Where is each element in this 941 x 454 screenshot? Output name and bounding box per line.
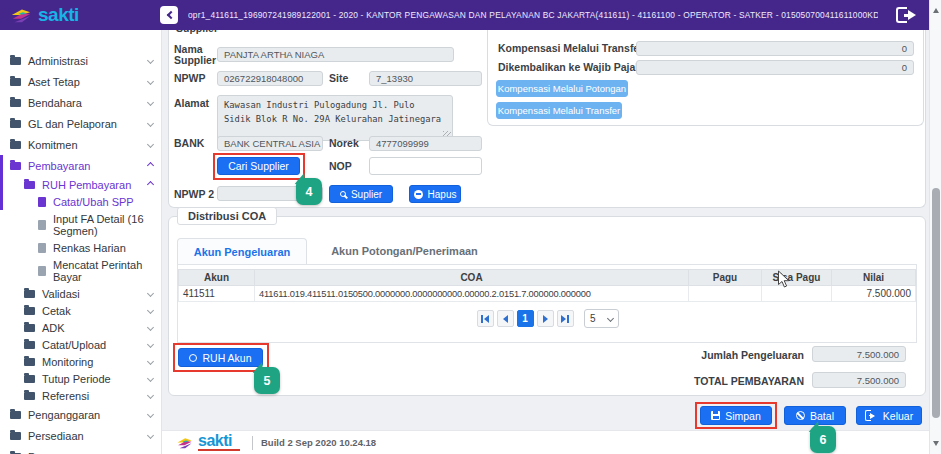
next-page-button[interactable]	[537, 310, 554, 327]
kompensasi-transfer-field: 0	[636, 41, 914, 56]
keluar-button[interactable]: Keluar	[856, 406, 922, 425]
total-pembayaran-label: TOTAL PEMBAYARAN	[669, 376, 804, 387]
sidebar-item-label: ADK	[42, 322, 65, 334]
nop-label: NOP	[329, 161, 352, 172]
sidebar-item-renkas-harian[interactable]: Renkas Harian	[0, 239, 161, 256]
supplier-section-label: Supplier	[176, 30, 218, 37]
chevron-up-icon	[147, 162, 154, 169]
suplier-button[interactable]: Suplier	[329, 185, 393, 203]
tab-akun-potongan-penerimaan[interactable]: Akun Potongan/Penerimaan	[307, 238, 502, 264]
sidebar-item-penganggaran[interactable]: Penganggaran	[0, 404, 161, 425]
table-row[interactable]: 411511 411611.019.411511.0150500.0000000…	[179, 286, 916, 302]
sidebar-item-komitmen[interactable]: Komitmen	[0, 134, 161, 155]
footer-tagline	[198, 449, 240, 451]
sidebar-item-bendahara[interactable]: Bendahara	[0, 92, 161, 113]
col-akun: Akun	[179, 270, 255, 286]
step-callout-5: 5	[254, 367, 280, 394]
first-page-button[interactable]	[477, 310, 494, 327]
page-size-select[interactable]: 5	[584, 309, 619, 328]
sidebar-item-validasi[interactable]: Validasi	[0, 285, 161, 302]
sidebar-item-pembayaran[interactable]: Pembayaran	[0, 155, 161, 176]
sidebar-item-monitoring[interactable]: Monitoring	[0, 353, 161, 370]
sidebar-item-ruh-pembayaran[interactable]: RUH Pembayaran	[0, 176, 161, 193]
scrollbar-thumb[interactable]	[932, 188, 940, 418]
sidebar-item-catat-ubah-spp[interactable]: Catat/Ubah SPP	[0, 193, 161, 210]
sidebar-item-cetak[interactable]: Cetak	[0, 302, 161, 319]
last-page-button[interactable]	[557, 310, 574, 327]
cell-coa: 411611.019.411511.0150500.0000000.000000…	[255, 286, 689, 302]
file-icon	[38, 197, 46, 207]
minus-circle-icon	[414, 190, 423, 199]
file-icon	[38, 243, 46, 253]
back-button[interactable]	[160, 6, 178, 24]
button-label: Kompensasi Melalui Transfer	[498, 105, 621, 116]
sidebar-item-label: GL dan Pelaporan	[28, 118, 117, 130]
folder-icon	[10, 78, 21, 86]
chevron-down-icon	[147, 99, 154, 106]
cell-nilai: 7.500.000	[832, 286, 916, 302]
hapus-button[interactable]: Hapus	[409, 185, 461, 203]
sidebar-item-label: Referensi	[42, 390, 89, 402]
sidebar-item-input-fa-detail[interactable]: Input FA Detail (16 Segmen)	[0, 210, 161, 239]
col-coa: COA	[255, 270, 689, 286]
scroll-up-icon[interactable]	[933, 5, 939, 13]
sidebar-item-label: Penganggaran	[28, 409, 100, 421]
distribusi-coa-panel: Distribusi COA Akun Pengeluaran Akun Pot…	[168, 216, 926, 396]
jumlah-pengeluaran-field: 7.500.000	[812, 346, 906, 362]
sidebar-item-gl-dan-pelaporan[interactable]: GL dan Pelaporan	[0, 113, 161, 134]
kompensasi-potongan-button[interactable]: Kompensasi Melalui Potongan	[496, 80, 628, 97]
sidebar-item-label: Validasi	[42, 288, 80, 300]
vertical-scrollbar[interactable]	[929, 0, 941, 454]
sidebar-item-persediaan[interactable]: Persediaan	[0, 425, 161, 446]
folder-icon	[24, 181, 35, 189]
chevron-down-icon	[147, 432, 154, 439]
nop-input[interactable]	[369, 157, 482, 175]
folder-icon	[10, 432, 21, 440]
scroll-down-icon[interactable]	[933, 441, 939, 449]
prev-page-button[interactable]	[497, 310, 514, 327]
coa-tab-content: Akun COA Pagu Sisa Pagu Nilai 411511 411…	[177, 264, 917, 343]
sidebar-item-referensi[interactable]: Referensi	[0, 387, 161, 404]
folder-icon	[24, 290, 35, 298]
folder-icon	[24, 375, 35, 383]
alamat-label: Alamat	[174, 98, 209, 109]
current-page-button[interactable]: 1	[517, 310, 534, 327]
sidebar-item-administrasi[interactable]: Administrasi	[0, 50, 161, 71]
logout-icon[interactable]	[896, 7, 919, 23]
chevron-down-icon	[147, 392, 154, 399]
exit-icon	[865, 410, 878, 421]
bar-glyph	[567, 315, 569, 323]
folder-icon	[24, 392, 35, 400]
kompensasi-transfer-label: Kompensasi Melalui Transfer	[498, 43, 643, 54]
footer-separator	[252, 436, 253, 450]
folder-icon	[10, 57, 21, 65]
sidebar-item-label: Pembayaran	[28, 160, 90, 172]
site-field: 7_13930	[369, 71, 482, 86]
sidebar-item-mencatat-perintah-bayar[interactable]: Mencatat Perintah Bayar	[0, 256, 161, 285]
sidebar-item-label: Catat/Ubah SPP	[53, 196, 134, 208]
coa-tabbar: Akun Pengeluaran Akun Potongan/Penerimaa…	[177, 237, 917, 264]
sidebar-item-adk[interactable]: ADK	[0, 319, 161, 336]
sidebar-item-label: Administrasi	[28, 55, 88, 67]
triangle-right-icon	[561, 315, 566, 323]
sidebar-item-demo[interactable]: Demo	[0, 446, 161, 454]
button-label: Kompensasi Melalui Potongan	[498, 83, 626, 94]
sidebar-item-tutup-periode[interactable]: Tutup Periode	[0, 370, 161, 387]
sidebar-item-aset-tetap[interactable]: Aset Tetap	[0, 71, 161, 92]
button-label: Keluar	[883, 410, 913, 422]
bank-field: BANK CENTRAL ASIA	[217, 136, 323, 151]
norek-label: Norek	[329, 138, 359, 149]
sidebar-item-label: Mencatat Perintah Bayar	[53, 259, 153, 283]
sidebar-item-label: Input FA Detail (16 Segmen)	[53, 213, 153, 237]
session-title: opr1_411611_196907241989122001 - 2020 - …	[188, 10, 878, 20]
cell-akun: 411511	[179, 286, 255, 302]
chevron-down-icon	[147, 78, 154, 85]
sidebar-item-catat-upload[interactable]: Catat/Upload	[0, 336, 161, 353]
tab-akun-pengeluaran[interactable]: Akun Pengeluaran	[177, 238, 307, 264]
step-callout-4: 4	[296, 178, 322, 205]
kompensasi-transfer-button[interactable]: Kompensasi Melalui Transfer	[496, 102, 622, 119]
npwp-label: NPWP	[174, 73, 206, 84]
npwp-field: 026722918048000	[217, 71, 323, 86]
distribusi-coa-legend: Distribusi COA	[177, 207, 277, 225]
chevron-down-icon	[147, 324, 154, 331]
